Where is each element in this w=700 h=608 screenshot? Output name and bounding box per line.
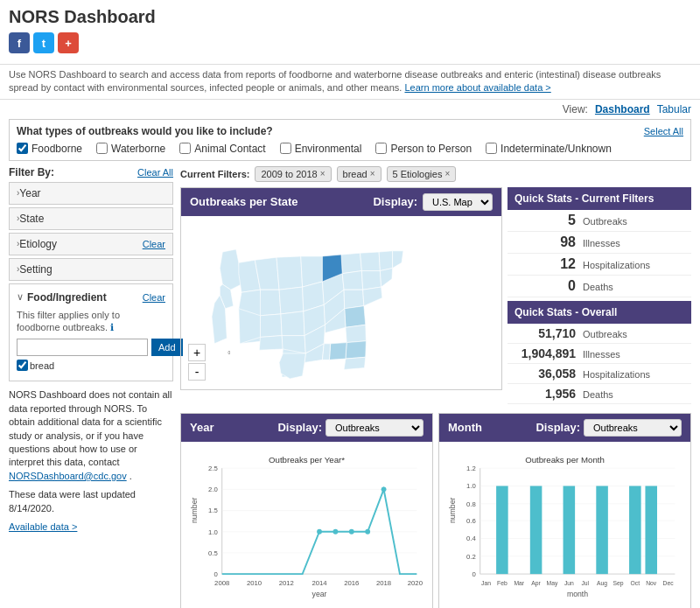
state-label: State: [19, 213, 44, 225]
clear-all-link[interactable]: Clear All: [137, 167, 173, 178]
outbreak-type-foodborne[interactable]: Foodborne: [17, 143, 82, 155]
filter-year-header[interactable]: › Year: [10, 183, 172, 204]
food-ingredient-input[interactable]: [17, 339, 148, 356]
state-sc[interactable]: [346, 325, 366, 342]
bread-tag-remove[interactable]: ×: [370, 169, 375, 178]
outbreak-type-environmental[interactable]: Environmental: [280, 143, 362, 155]
quick-stats-overall-header: Quick Stats - Overall: [508, 301, 691, 324]
map-zoom-in-button[interactable]: +: [188, 344, 206, 361]
map-stats-row: Outbreaks per State Display: U.S. Map Ta…: [180, 187, 691, 408]
illnesses-overall-label: Illnesses: [583, 349, 620, 360]
filter-setting-header[interactable]: › Setting: [10, 259, 172, 280]
bar-feb[interactable]: [496, 486, 508, 574]
state-tx[interactable]: [279, 353, 305, 379]
view-dashboard-link[interactable]: Dashboard: [595, 103, 650, 115]
state-va-nc: [345, 305, 366, 327]
environmental-label: Environmental: [295, 143, 362, 155]
etiologies-tag-remove[interactable]: ×: [444, 169, 450, 178]
googleplus-icon[interactable]: +: [58, 32, 79, 53]
state-me[interactable]: [393, 251, 403, 269]
map-container: Outbreaks per State Display: U.S. Map Ta…: [180, 187, 502, 408]
state-nd[interactable]: [276, 256, 303, 290]
xtick-2016: 2016: [344, 579, 359, 587]
map-zoom-out-button[interactable]: -: [188, 363, 206, 381]
state-pa[interactable]: [361, 270, 381, 290]
month-chart-section: Month Display: Outbreaks Illnesses Hospi…: [438, 413, 691, 608]
learn-more-link[interactable]: Learn more about available data >: [404, 82, 550, 93]
m-xtick-mar: Mar: [514, 580, 524, 586]
year-tag-remove[interactable]: ×: [320, 169, 326, 178]
xtick-2008: 2008: [214, 579, 229, 587]
bar-jun[interactable]: [564, 486, 576, 574]
state-fl[interactable]: [344, 357, 366, 369]
month-chart-display: Display: Outbreaks Illnesses Hospitaliza…: [536, 419, 682, 437]
state-sd[interactable]: [279, 287, 304, 314]
content-area: Current Filters: 2009 to 2018 × bread × …: [180, 166, 691, 608]
filter-etiology-header[interactable]: › Etiology Clear: [10, 234, 172, 255]
map-body: 0 + -: [181, 216, 501, 389]
outbreak-type-animal-contact[interactable]: Animal Contact: [179, 143, 265, 155]
year-point-2018[interactable]: [382, 486, 387, 492]
filter-item-state: › State: [9, 207, 173, 230]
bar-apr[interactable]: [530, 486, 542, 574]
year-chart-svg: Outbreaks per Year* 0 0.5 1.0: [188, 449, 425, 602]
view-tabular-link[interactable]: Tabular: [657, 103, 691, 115]
twitter-icon[interactable]: t: [33, 32, 54, 53]
state-al[interactable]: [329, 342, 346, 360]
nors-note-text: NORS Dashboard does not contain all data…: [9, 389, 172, 467]
indeterminate-label: Indeterminate/Unknown: [500, 143, 612, 155]
map-zoom-controls: + -: [188, 344, 206, 381]
nors-date: These data were last updated 8/14/2020.: [9, 488, 173, 515]
description-text: Use NORS Dashboard to search and access …: [9, 69, 661, 93]
nors-email-link[interactable]: NORSDashboard@cdc.gov: [9, 471, 127, 481]
outbreak-type-person-to-person[interactable]: Person to Person: [375, 143, 472, 155]
hospitalizations-current-label: Hospitalizations: [583, 260, 650, 270]
person-to-person-checkbox[interactable]: [375, 143, 387, 154]
outbreak-type-waterborne[interactable]: Waterborne: [96, 143, 165, 155]
year-display-select[interactable]: Outbreaks Illnesses Hospitalizations Dea…: [326, 419, 424, 437]
filter-state-header[interactable]: › State: [10, 208, 172, 229]
map-title: Outbreaks per State: [190, 195, 298, 208]
select-all-link[interactable]: Select All: [644, 126, 683, 136]
m-xtick-may: May: [547, 580, 558, 587]
bar-aug[interactable]: [596, 486, 608, 574]
state-nm[interactable]: [259, 335, 283, 350]
state-wa[interactable]: [220, 249, 242, 290]
state-ny[interactable]: [360, 252, 381, 271]
bar-oct[interactable]: [629, 486, 641, 574]
bar-nov[interactable]: [645, 486, 657, 574]
map-display-select[interactable]: U.S. Map Table: [423, 193, 493, 211]
state-ms[interactable]: [322, 344, 330, 360]
month-display-select[interactable]: Outbreaks Illnesses Hospitalizations Dea…: [584, 419, 682, 437]
year-point-2017[interactable]: [365, 529, 370, 535]
current-filters: Current Filters: 2009 to 2018 × bread × …: [180, 166, 691, 182]
state-co[interactable]: [261, 314, 283, 338]
animal-contact-label: Animal Contact: [194, 143, 265, 155]
year-point-2016[interactable]: [349, 529, 354, 535]
year-point-2014[interactable]: [317, 529, 322, 535]
facebook-icon[interactable]: f: [9, 32, 30, 53]
etiology-clear-link[interactable]: Clear: [143, 239, 165, 249]
year-chart-header: Year Display: Outbreaks Illnesses Hospit…: [181, 414, 432, 442]
available-link: Available data >: [9, 521, 173, 534]
food-ingredient-clear-link[interactable]: Clear: [143, 292, 165, 303]
year-point-2015[interactable]: [333, 529, 339, 535]
view-label: View:: [563, 103, 588, 115]
m-ylabel-12: 1.2: [466, 465, 476, 472]
ylabel-25: 2.5: [208, 465, 218, 472]
deaths-current-label: Deaths: [583, 282, 613, 292]
environmental-checkbox[interactable]: [280, 143, 291, 154]
outbreak-type-indeterminate[interactable]: Indeterminate/Unknown: [486, 143, 612, 155]
available-data-link[interactable]: Available data >: [9, 521, 77, 532]
state-ne[interactable]: [281, 311, 304, 336]
bread-checkbox[interactable]: [17, 360, 28, 371]
waterborne-checkbox[interactable]: [96, 143, 108, 154]
state-wy[interactable]: [261, 290, 281, 316]
animal-contact-checkbox[interactable]: [179, 143, 191, 154]
indeterminate-checkbox[interactable]: [486, 143, 497, 154]
etiologies-tag-text: 5 Etiologies: [393, 169, 443, 179]
foodborne-checkbox[interactable]: [17, 143, 28, 154]
state-ga[interactable]: [346, 341, 366, 359]
food-add-button[interactable]: Add: [151, 339, 183, 356]
state-oh[interactable]: [342, 270, 362, 290]
